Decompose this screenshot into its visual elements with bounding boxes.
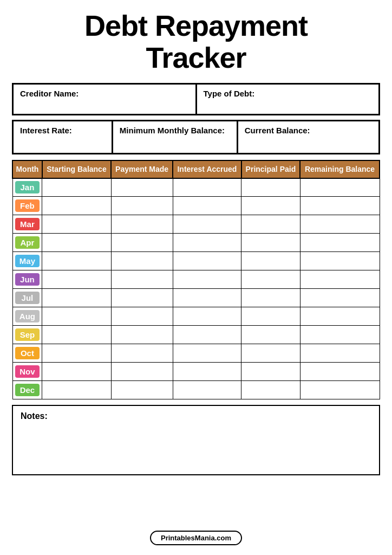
data-cell[interactable] xyxy=(111,215,173,234)
data-cell[interactable] xyxy=(300,270,380,289)
data-cell[interactable] xyxy=(173,344,241,363)
month-cell: Apr xyxy=(12,234,42,252)
data-cell[interactable] xyxy=(241,178,300,197)
footer: PrintablesMania.com xyxy=(150,531,242,545)
table-row: Mar xyxy=(12,215,380,234)
month-cell: Jun xyxy=(12,270,42,289)
data-cell[interactable] xyxy=(173,381,241,399)
col-header-month: Month xyxy=(12,160,42,178)
month-label: Jan xyxy=(15,181,40,193)
data-cell[interactable] xyxy=(300,344,380,363)
data-cell[interactable] xyxy=(42,178,111,197)
data-cell[interactable] xyxy=(241,344,300,363)
data-cell[interactable] xyxy=(42,270,111,289)
data-cell[interactable] xyxy=(241,252,300,270)
data-cell[interactable] xyxy=(173,326,241,344)
data-cell[interactable] xyxy=(241,326,300,344)
data-cell[interactable] xyxy=(42,326,111,344)
month-cell: Oct xyxy=(12,344,42,363)
month-cell: Aug xyxy=(12,307,42,326)
month-cell: Jan xyxy=(12,178,42,197)
footer-badge: PrintablesMania.com xyxy=(150,531,242,545)
data-cell[interactable] xyxy=(42,381,111,399)
data-cell[interactable] xyxy=(42,289,111,307)
data-cell[interactable] xyxy=(111,252,173,270)
data-cell[interactable] xyxy=(300,307,380,326)
data-cell[interactable] xyxy=(111,363,173,381)
data-cell[interactable] xyxy=(300,215,380,234)
data-cell[interactable] xyxy=(173,234,241,252)
interest-rate-field[interactable]: Interest Rate: xyxy=(13,121,112,153)
col-header-interest: Interest Accrued xyxy=(173,160,241,178)
data-cell[interactable] xyxy=(241,289,300,307)
month-cell: Jul xyxy=(12,289,42,307)
data-cell[interactable] xyxy=(173,363,241,381)
data-cell[interactable] xyxy=(300,197,380,215)
table-row: Sep xyxy=(12,326,380,344)
data-cell[interactable] xyxy=(300,178,380,197)
data-cell[interactable] xyxy=(111,270,173,289)
data-cell[interactable] xyxy=(241,234,300,252)
creditor-name-field[interactable]: Creditor Name: xyxy=(13,84,196,114)
col-header-payment: Payment Made xyxy=(111,160,173,178)
table-row: Oct xyxy=(12,344,380,363)
month-cell: Nov xyxy=(12,363,42,381)
table-row: Jan xyxy=(12,178,380,197)
data-cell[interactable] xyxy=(111,344,173,363)
min-monthly-balance-field[interactable]: Minimum Monthly Balance: xyxy=(112,121,237,153)
data-cell[interactable] xyxy=(300,234,380,252)
month-cell: May xyxy=(12,252,42,270)
month-label: Sep xyxy=(15,328,40,341)
month-label: Aug xyxy=(15,310,40,322)
data-cell[interactable] xyxy=(42,344,111,363)
data-cell[interactable] xyxy=(111,178,173,197)
data-cell[interactable] xyxy=(111,234,173,252)
month-label: Jun xyxy=(15,273,40,286)
data-cell[interactable] xyxy=(42,307,111,326)
data-cell[interactable] xyxy=(173,178,241,197)
notes-label: Notes: xyxy=(21,411,48,421)
data-cell[interactable] xyxy=(241,215,300,234)
data-cell[interactable] xyxy=(300,381,380,399)
month-label: Jul xyxy=(15,292,40,304)
month-cell: Mar xyxy=(12,215,42,234)
data-cell[interactable] xyxy=(111,381,173,399)
table-row: Apr xyxy=(12,234,380,252)
month-label: Nov xyxy=(15,365,40,378)
data-cell[interactable] xyxy=(111,197,173,215)
data-cell[interactable] xyxy=(42,234,111,252)
data-cell[interactable] xyxy=(241,307,300,326)
data-cell[interactable] xyxy=(173,307,241,326)
data-cell[interactable] xyxy=(173,289,241,307)
data-cell[interactable] xyxy=(300,289,380,307)
data-cell[interactable] xyxy=(300,363,380,381)
data-cell[interactable] xyxy=(111,289,173,307)
type-of-debt-field[interactable]: Type of Debt: xyxy=(196,84,380,114)
data-cell[interactable] xyxy=(173,215,241,234)
data-cell[interactable] xyxy=(111,307,173,326)
data-cell[interactable] xyxy=(42,252,111,270)
current-balance-field[interactable]: Current Balance: xyxy=(237,121,379,153)
data-cell[interactable] xyxy=(300,326,380,344)
data-cell[interactable] xyxy=(241,197,300,215)
month-label: May xyxy=(15,255,40,267)
month-label: Feb xyxy=(15,199,40,212)
data-cell[interactable] xyxy=(241,381,300,399)
data-cell[interactable] xyxy=(42,363,111,381)
month-label: Oct xyxy=(15,347,40,359)
data-cell[interactable] xyxy=(241,363,300,381)
notes-section[interactable]: Notes: xyxy=(12,405,380,475)
data-cell[interactable] xyxy=(300,252,380,270)
data-cell[interactable] xyxy=(42,215,111,234)
data-cell[interactable] xyxy=(173,252,241,270)
data-cell[interactable] xyxy=(42,197,111,215)
data-cell[interactable] xyxy=(173,270,241,289)
table-row: Feb xyxy=(12,197,380,215)
col-header-remaining: Remaining Balance xyxy=(300,160,380,178)
data-cell[interactable] xyxy=(173,197,241,215)
data-cell[interactable] xyxy=(111,326,173,344)
col-header-principal: Principal Paid xyxy=(241,160,300,178)
table-row: Dec xyxy=(12,381,380,399)
data-cell[interactable] xyxy=(241,270,300,289)
month-cell: Dec xyxy=(12,381,42,399)
